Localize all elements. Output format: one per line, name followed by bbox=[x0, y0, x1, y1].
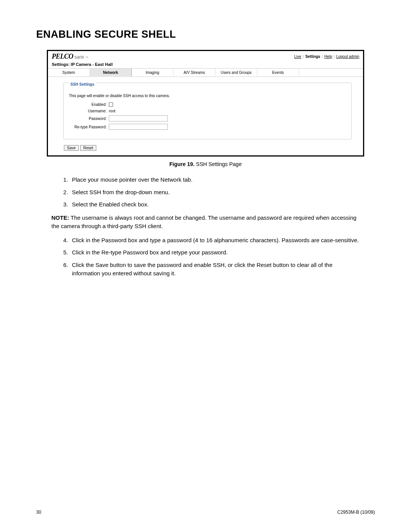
tab-system[interactable]: System bbox=[48, 69, 90, 77]
note-text: The username is always root and cannot b… bbox=[51, 214, 357, 230]
settings-link[interactable]: Settings bbox=[305, 54, 320, 59]
instructions: Place your mouse pointer over the Networ… bbox=[36, 176, 375, 278]
ssh-description: This page will enable or disable SSH acc… bbox=[69, 94, 346, 98]
note: NOTE: The username is always root and ca… bbox=[51, 214, 360, 231]
username-value: root bbox=[109, 109, 115, 113]
step-item: Click in the Password box and type a pas… bbox=[70, 236, 360, 245]
separator: | bbox=[322, 54, 323, 59]
logout-link[interactable]: Logout admin bbox=[336, 54, 359, 59]
separator: | bbox=[303, 54, 304, 59]
reset-button[interactable]: Reset bbox=[80, 145, 96, 151]
tab-network[interactable]: Network bbox=[90, 69, 132, 77]
tab-bar: System Network Imaging A/V Streams Users… bbox=[48, 69, 363, 77]
username-row: Username: root bbox=[69, 109, 346, 113]
breadcrumb: Settings: IP Camera - East Hall bbox=[48, 61, 363, 69]
tab-spacer bbox=[299, 69, 363, 77]
note-label: NOTE: bbox=[51, 214, 69, 221]
retype-password-row: Re-type Password: bbox=[69, 124, 346, 130]
screenshot-header: PELCO sarix ™ Live | Settings | Help | L… bbox=[48, 51, 363, 61]
figure-caption: Figure 19. SSH Settings Page bbox=[36, 161, 375, 167]
tab-imaging[interactable]: Imaging bbox=[132, 69, 174, 77]
logo-pelco: PELCO bbox=[52, 53, 73, 61]
step-item: Click the Save button to save the passwo… bbox=[70, 261, 360, 278]
username-label: Username: bbox=[69, 109, 109, 113]
help-link[interactable]: Help bbox=[324, 54, 332, 59]
ssh-legend: SSH Settings bbox=[69, 82, 96, 86]
settings-screenshot: PELCO sarix ™ Live | Settings | Help | L… bbox=[47, 50, 364, 157]
retype-password-input[interactable] bbox=[109, 124, 168, 130]
separator: | bbox=[334, 54, 335, 59]
ssh-settings-fieldset: SSH Settings This page will enable or di… bbox=[63, 83, 352, 139]
page-number: 30 bbox=[36, 510, 41, 515]
doc-id: C2953M-B (10/09) bbox=[337, 510, 375, 515]
enabled-row: Enabled: bbox=[69, 102, 346, 107]
enabled-label: Enabled: bbox=[69, 102, 109, 107]
step-item: Click in the Re-type Password box and re… bbox=[70, 248, 360, 257]
figure-label: Figure 19. bbox=[169, 161, 194, 167]
figure-text: SSH Settings Page bbox=[194, 161, 242, 167]
step-item: Place your mouse pointer over the Networ… bbox=[70, 176, 360, 184]
tab-users-groups[interactable]: Users and Groups bbox=[215, 69, 257, 77]
logo-tm: ™ bbox=[85, 56, 88, 59]
button-row: Save Reset bbox=[63, 145, 352, 151]
page-footer: 30 C2953M-B (10/09) bbox=[36, 510, 375, 515]
password-row: Password: bbox=[69, 115, 346, 121]
tab-av-streams[interactable]: A/V Streams bbox=[174, 69, 215, 77]
steps-list-a: Place your mouse pointer over the Networ… bbox=[51, 176, 360, 209]
save-button[interactable]: Save bbox=[64, 145, 79, 151]
step-item: Select the Enabled check box. bbox=[70, 200, 360, 209]
brand-logo: PELCO sarix ™ bbox=[52, 53, 88, 61]
password-input[interactable] bbox=[109, 115, 168, 121]
steps-list-b: Click in the Password box and type a pas… bbox=[51, 236, 360, 278]
top-links: Live | Settings | Help | Logout admin bbox=[294, 54, 359, 59]
enabled-checkbox[interactable] bbox=[109, 102, 113, 107]
screenshot-body: SSH Settings This page will enable or di… bbox=[48, 77, 363, 155]
logo-sarix: sarix bbox=[75, 54, 84, 60]
live-link[interactable]: Live bbox=[294, 54, 301, 59]
step-item: Select SSH from the drop-down menu. bbox=[70, 188, 360, 197]
page-title: ENABLING SECURE SHELL bbox=[36, 29, 375, 40]
retype-password-label: Re-type Password: bbox=[69, 125, 109, 129]
tab-events[interactable]: Events bbox=[257, 69, 299, 77]
password-label: Password: bbox=[69, 117, 109, 121]
